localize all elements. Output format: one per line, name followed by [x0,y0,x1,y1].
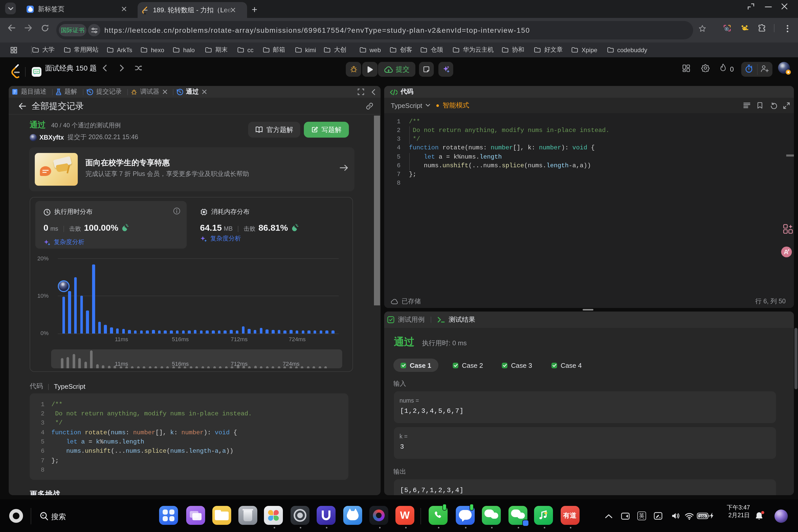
svg-text:100: 100 [699,514,705,518]
